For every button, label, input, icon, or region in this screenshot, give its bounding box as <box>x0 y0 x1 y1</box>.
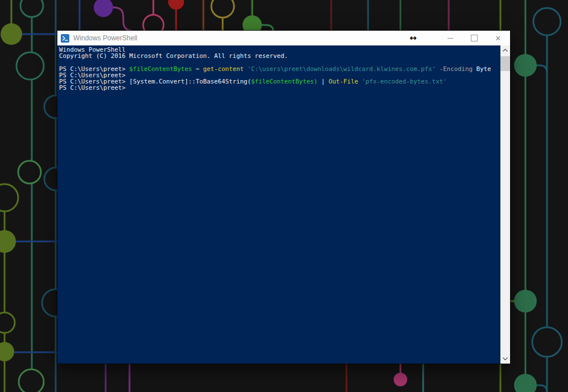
titlebar[interactable]: Windows PowerShell ↔ ✕ <box>57 31 510 45</box>
console-line: Copyright (C) 2016 Microsoft Corporation… <box>59 53 498 59</box>
window-title: Windows PowerShell <box>73 34 137 42</box>
minimize-button[interactable] <box>438 31 462 45</box>
scrollbar[interactable] <box>500 45 510 364</box>
console[interactable]: Windows PowerShellCopyright (C) 2016 Mic… <box>57 45 510 364</box>
chevron-down-icon <box>503 357 508 360</box>
console-output: Windows PowerShellCopyright (C) 2016 Mic… <box>59 47 498 91</box>
console-line: PS C:\Users\preet> <box>59 85 498 91</box>
scrollbar-down-button[interactable] <box>500 354 510 364</box>
horizontal-resize-cursor: ↔ <box>410 31 417 45</box>
powershell-icon[interactable] <box>61 34 69 43</box>
maximize-icon <box>471 35 478 41</box>
scrollbar-up-button[interactable] <box>500 45 510 55</box>
scrollbar-thumb[interactable] <box>500 56 510 71</box>
window-controls: ✕ <box>438 31 510 45</box>
maximize-button[interactable] <box>462 31 486 45</box>
desktop: Windows PowerShell ↔ ✕ Windows PowerShel… <box>0 0 568 392</box>
minimize-icon <box>448 38 453 39</box>
close-button[interactable]: ✕ <box>486 31 510 45</box>
chevron-up-icon <box>503 49 508 52</box>
powershell-window: Windows PowerShell ↔ ✕ Windows PowerShel… <box>57 31 510 364</box>
